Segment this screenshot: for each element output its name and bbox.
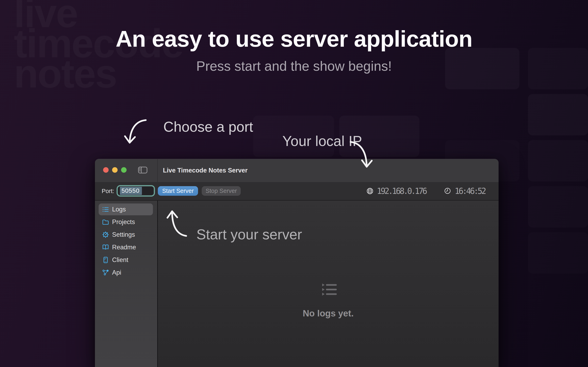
background-tile bbox=[528, 186, 588, 227]
port-label: Port: bbox=[102, 188, 114, 194]
page-subtitle: Press start and the show begins! bbox=[0, 58, 588, 74]
close-window-button[interactable] bbox=[103, 167, 109, 173]
sidebar-item-label: Readme bbox=[112, 244, 136, 251]
clock-icon bbox=[444, 187, 451, 195]
background-tile bbox=[528, 140, 588, 182]
folder-icon bbox=[102, 218, 109, 225]
network-icon bbox=[102, 269, 109, 276]
toolbar-status: 192.168.0.176 16:46:52 bbox=[366, 182, 487, 200]
window-titlebar: Live Timecode Notes Server bbox=[95, 159, 499, 182]
sidebar-item-label: Settings bbox=[112, 231, 135, 238]
list-bullet-icon bbox=[102, 206, 109, 213]
app-window: Live Timecode Notes Server Port: 50550 S… bbox=[95, 159, 499, 367]
sidebar-item-projects[interactable]: Projects bbox=[99, 216, 153, 228]
sidebar-item-label: Client bbox=[112, 256, 128, 264]
annotation-choose-port: Choose a port bbox=[163, 119, 253, 135]
sidebar-item-label: Logs bbox=[112, 206, 126, 213]
gear-icon bbox=[102, 231, 109, 238]
empty-logs-message: No logs yet. bbox=[158, 308, 499, 318]
page-title: An easy to use server application bbox=[0, 26, 588, 52]
window-title: Live Timecode Notes Server bbox=[163, 167, 248, 174]
local-ip-value: 192.168.0.176 bbox=[377, 186, 428, 196]
sidebar-item-label: Projects bbox=[112, 218, 135, 226]
window-toolbar: Port: 50550 Start Server Stop Server 192… bbox=[95, 182, 499, 200]
clock-status: 16:46:52 bbox=[444, 186, 487, 196]
time-value: 16:46:52 bbox=[455, 186, 487, 196]
minimize-window-button[interactable] bbox=[112, 167, 118, 173]
sidebar-toggle-icon[interactable] bbox=[138, 167, 147, 174]
sidebar-item-readme[interactable]: Readme bbox=[99, 242, 153, 253]
globe-icon bbox=[366, 187, 374, 195]
sidebar-item-logs[interactable]: Logs bbox=[99, 203, 153, 215]
sidebar-item-settings[interactable]: Settings bbox=[99, 229, 153, 241]
start-server-button[interactable]: Start Server bbox=[158, 186, 198, 196]
arrow-to-port-field-head bbox=[125, 136, 135, 143]
port-value-selected: 50550 bbox=[120, 187, 142, 195]
stop-server-button[interactable]: Stop Server bbox=[202, 186, 241, 196]
device-icon bbox=[102, 257, 109, 263]
local-ip-status: 192.168.0.176 bbox=[366, 186, 428, 196]
port-input[interactable]: 50550 bbox=[117, 185, 155, 197]
sidebar-item-api[interactable]: Api bbox=[99, 267, 153, 278]
annotation-start-server: Start your server bbox=[196, 226, 302, 243]
port-field[interactable]: 50550 bbox=[118, 187, 153, 195]
sidebar: Logs Projects bbox=[95, 201, 157, 367]
window-body: Logs Projects bbox=[95, 201, 499, 367]
annotation-local-ip: Your local IP bbox=[282, 133, 362, 149]
book-icon bbox=[102, 244, 109, 251]
sidebar-list: Logs Projects bbox=[99, 203, 153, 279]
logs-content-area: No logs yet. bbox=[158, 201, 499, 367]
sidebar-item-client[interactable]: Client bbox=[99, 254, 153, 266]
sidebar-item-label: Api bbox=[112, 269, 121, 276]
zoom-window-button[interactable] bbox=[121, 167, 127, 173]
background-tile bbox=[528, 232, 588, 274]
arrow-to-port-field bbox=[130, 120, 146, 142]
background-tile bbox=[528, 94, 588, 135]
empty-logs-icon bbox=[320, 282, 337, 297]
